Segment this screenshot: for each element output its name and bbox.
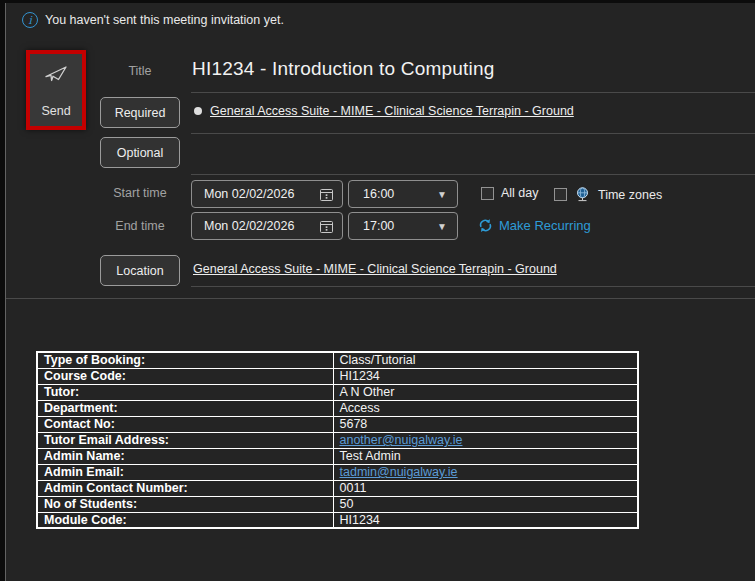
row-value: HI1234 [333, 368, 638, 384]
row-label: Contact No: [37, 416, 333, 432]
time-zones-label: Time zones [598, 188, 662, 202]
row-label: Admin Name: [37, 448, 333, 464]
row-label: Admin Email: [37, 464, 333, 480]
row-value: 5678 [333, 416, 638, 432]
row-value: Test Admin [333, 448, 638, 464]
all-day-label: All day [501, 186, 539, 200]
chevron-down-icon: ▼ [437, 189, 447, 200]
row-value: Class/Tutorial [333, 352, 638, 368]
start-date-value: Mon 02/02/2026 [204, 187, 294, 201]
location-button[interactable]: Location [100, 255, 180, 286]
end-time-label: End time [100, 219, 180, 233]
booking-details-table: Type of Booking:Class/TutorialCourse Cod… [36, 351, 639, 529]
window-body: i You haven't sent this meeting invitati… [5, 3, 755, 581]
booking-table-body: Type of Booking:Class/TutorialCourse Cod… [37, 352, 638, 528]
meeting-title[interactable]: HI1234 - Introduction to Computing [192, 58, 495, 80]
location-link[interactable]: General Access Suite - MIME - Clinical S… [193, 262, 557, 276]
table-row: No of Students:50 [37, 496, 638, 512]
row-value: another@nuigalway.ie [333, 432, 638, 448]
chevron-down-icon: ▼ [437, 221, 447, 232]
optional-attendees-button[interactable]: Optional [100, 137, 180, 168]
row-value: A N Other [333, 384, 638, 400]
separator-full [6, 298, 755, 299]
row-value: 50 [333, 496, 638, 512]
separator [191, 92, 755, 93]
start-time-dropdown[interactable]: 16:00 ▼ [348, 180, 458, 208]
separator [191, 133, 755, 134]
table-row: Admin Name:Test Admin [37, 448, 638, 464]
title-label: Title [100, 64, 180, 78]
recurring-arrows-icon [478, 218, 493, 233]
table-row: Course Code:HI1234 [37, 368, 638, 384]
table-row: Admin Email:tadmin@nuigalway.ie [37, 464, 638, 480]
table-row: Module Code:HI1234 [37, 512, 638, 528]
info-circle-icon: i [22, 12, 38, 28]
make-recurring-button[interactable]: Make Recurring [478, 218, 591, 233]
table-row: Department:Access [37, 400, 638, 416]
end-time-value: 17:00 [363, 219, 394, 233]
infobar-text: You haven't sent this meeting invitation… [45, 13, 284, 27]
time-zones-checkbox[interactable] [554, 188, 567, 201]
email-link[interactable]: another@nuigalway.ie [340, 433, 463, 447]
make-recurring-label: Make Recurring [499, 218, 591, 233]
row-label: Tutor: [37, 384, 333, 400]
start-time-value: 16:00 [363, 187, 394, 201]
row-label: Module Code: [37, 512, 333, 528]
row-value: tadmin@nuigalway.ie [333, 464, 638, 480]
table-row: Type of Booking:Class/Tutorial [37, 352, 638, 368]
row-label: Department: [37, 400, 333, 416]
row-label: Admin Contact Number: [37, 480, 333, 496]
send-icon [43, 63, 69, 87]
separator [191, 174, 755, 175]
calendar-icon [319, 187, 334, 202]
table-row: Admin Contact Number:0011 [37, 480, 638, 496]
table-row: Contact No:5678 [37, 416, 638, 432]
calendar-icon [319, 219, 334, 234]
email-link[interactable]: tadmin@nuigalway.ie [340, 465, 458, 479]
globe-icon [574, 186, 591, 203]
separator [191, 286, 755, 287]
end-time-dropdown[interactable]: 17:00 ▼ [348, 212, 458, 240]
row-value: 0011 [333, 480, 638, 496]
send-button-highlight-box: Send [26, 50, 86, 130]
start-time-label: Start time [100, 186, 180, 200]
required-attendee-link[interactable]: General Access Suite - MIME - Clinical S… [210, 104, 574, 118]
all-day-option: All day [481, 186, 539, 200]
required-attendee-row: General Access Suite - MIME - Clinical S… [194, 104, 574, 118]
start-date-picker[interactable]: Mon 02/02/2026 [191, 180, 343, 208]
end-date-picker[interactable]: Mon 02/02/2026 [191, 212, 343, 240]
time-zones-option: Time zones [554, 186, 662, 203]
meeting-invitation-window: i You haven't sent this meeting invitati… [0, 0, 755, 581]
end-date-value: Mon 02/02/2026 [204, 219, 294, 233]
row-label: Tutor Email Address: [37, 432, 333, 448]
row-label: Type of Booking: [37, 352, 333, 368]
send-button[interactable]: Send [30, 54, 82, 126]
table-row: Tutor:A N Other [37, 384, 638, 400]
row-value: HI1234 [333, 512, 638, 528]
all-day-checkbox[interactable] [481, 187, 494, 200]
presence-indicator-icon [194, 107, 202, 115]
row-value: Access [333, 400, 638, 416]
row-label: No of Students: [37, 496, 333, 512]
send-button-label: Send [41, 104, 70, 118]
row-label: Course Code: [37, 368, 333, 384]
table-row: Tutor Email Address:another@nuigalway.ie [37, 432, 638, 448]
infobar: i You haven't sent this meeting invitati… [22, 12, 284, 28]
required-attendees-button[interactable]: Required [100, 97, 180, 128]
